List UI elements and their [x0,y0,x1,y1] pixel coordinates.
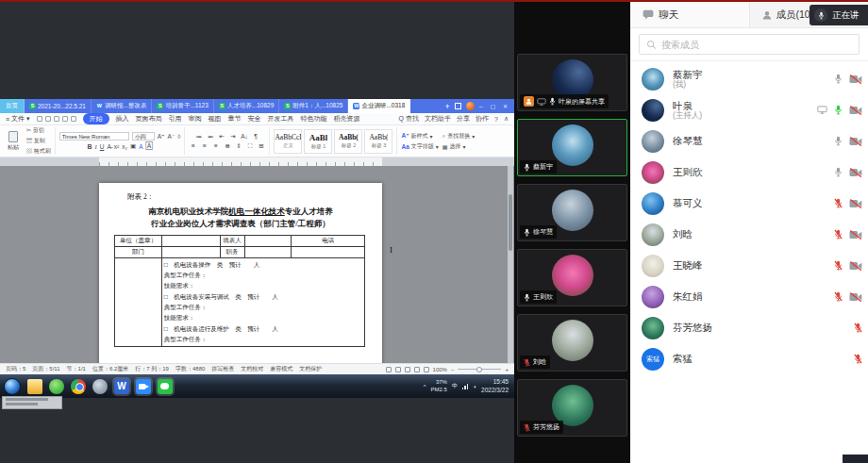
wps-tab-doc-active[interactable]: W企业调研...0318 [348,99,410,113]
share-button[interactable]: 分享 [457,114,470,124]
taskbar-clock[interactable]: 15:452022/3/22 [481,378,510,393]
tab-chat[interactable]: 聊天 [630,2,749,27]
wps-tab-doc[interactable]: S2021-20...22.5.21 [25,99,92,113]
find-button[interactable]: Q 查找 [399,114,419,124]
panel-footer-button[interactable] [843,455,868,463]
quick-access-toolbar[interactable] [37,116,76,122]
shading-button[interactable]: ⛶ [245,142,254,150]
font-color-button[interactable]: A [139,143,142,150]
strikethrough-button[interactable]: A̶ [107,143,110,150]
ribbon-tab[interactable]: 特色功能 [301,114,327,124]
shrink-font-button[interactable]: A⁻ [167,133,175,141]
ribbon-tab[interactable]: 审阅 [189,114,202,124]
highlight-button[interactable]: ▣ [130,142,136,150]
zoom-out-button[interactable]: − [451,367,455,372]
zoom-level[interactable]: 100% [433,367,447,372]
ribbon-tab[interactable]: 页面布局 [136,114,162,124]
browser-360-icon[interactable] [49,379,64,394]
ribbon-tab[interactable]: 视图 [209,114,222,124]
ribbon-tab[interactable]: 开发工具 [268,114,294,124]
help-button[interactable]: ? [494,116,498,123]
wps-tab-doc[interactable]: S培训骨干...1123 [152,99,213,113]
meeting-app-taskbar-icon[interactable] [136,379,151,394]
indent-button[interactable]: ⇥ [228,133,237,141]
video-tile[interactable]: 刘晗 [517,314,627,372]
member-row[interactable]: 朱红娟 [630,281,868,312]
wechat-taskbar-icon[interactable] [158,379,173,394]
select-button[interactable]: ▦ 选择 ▾ [442,142,475,151]
bullet-list-button[interactable]: ≔ [194,133,203,141]
bold-button[interactable]: B [87,143,92,150]
status-doc-protect[interactable]: 文档保护 [299,365,322,373]
status-word-count[interactable]: 字数：4880 [175,365,205,373]
ribbon-tab[interactable]: 稻壳资源 [334,114,360,124]
number-list-button[interactable]: ≕ [206,133,214,141]
wps-tab-doc[interactable]: W调研报...整改表 [92,99,152,113]
font-name-select[interactable]: Times New Roman [59,132,129,141]
show-marks-button[interactable]: ¶ [251,133,259,140]
style-heading1[interactable]: AaBl标题 1 [304,129,332,154]
outdent-button[interactable]: ⇤ [217,133,225,141]
member-row[interactable]: 慕可义 [630,188,868,219]
clear-format-button[interactable]: ◊ [177,133,180,140]
style-heading2[interactable]: AaBb(标题 2 [334,129,362,154]
start-button[interactable] [4,378,21,395]
wps-account-avatar[interactable] [466,102,475,110]
grow-font-button[interactable]: A⁺ [158,133,165,141]
align-center-button[interactable]: ≡ [200,142,209,149]
line-spacing-button[interactable]: ⇕ [234,142,242,150]
text-layout-button[interactable]: Aa文字排版 ▾ [401,142,438,151]
tab-list-button[interactable] [455,103,461,109]
ribbon-tab[interactable]: 插入 [116,114,129,124]
sort-button[interactable]: A↓ [240,133,248,140]
font-size-select[interactable]: 小四 [132,132,155,141]
document-page[interactable]: 附表 2： 南京机电职业技术学院机电一体化技术专业人才培养 行业企业岗位人才需求… [99,183,382,363]
member-row[interactable]: 芬芳悠扬 [630,312,868,343]
align-right-button[interactable]: ≡ [211,142,220,149]
tray-expand-arrow[interactable]: ^ [424,384,426,389]
video-tile-active[interactable]: 蔡新宇 [517,119,627,176]
paste-button[interactable]: 粘贴 [3,131,24,152]
wps-taskbar-icon[interactable]: W [114,379,129,394]
video-tile[interactable]: 徐琴慧 [517,184,627,241]
border-button[interactable]: ⊞ [257,142,265,150]
subscript-button[interactable]: x₂ [122,143,127,150]
horizontal-ruler[interactable] [0,157,514,166]
input-method-indicator[interactable]: 中 [452,382,458,390]
wps-tab-doc[interactable]: S人才培养...10829 [214,99,280,113]
member-row[interactable]: 蔡新宇(我) [630,63,868,94]
char-shading-button[interactable]: 🄰 [145,142,152,150]
member-row-host[interactable]: 叶泉(主持人) [630,94,868,125]
view-mode-icon[interactable] [395,367,401,372]
zoom-slider-knob[interactable] [476,367,482,372]
ie-browser-icon[interactable] [92,379,108,394]
chrome-icon[interactable] [71,379,86,394]
underline-button[interactable]: U [100,143,105,150]
copy-button[interactable]: ▤ 复制 [26,137,51,145]
wps-tab-doc[interactable]: S附件1：人...10825 [279,99,348,113]
zoom-slider[interactable] [458,369,501,370]
video-tile-sharing[interactable]: 叶泉的屏幕共享 [517,54,627,111]
video-tile[interactable]: 芬芳悠扬 [517,379,627,437]
file-explorer-icon[interactable] [27,379,42,394]
zoom-in-button[interactable]: + [505,367,509,372]
document-scrollbar[interactable] [508,166,513,363]
format-painter-button[interactable]: ▨ 格式刷 [26,147,51,156]
tray-air-quality[interactable]: PM2.5 [431,387,447,393]
tray-percent[interactable]: 37% [436,379,447,386]
video-tile[interactable]: 王则欣 [517,249,627,306]
file-menu[interactable]: ≡ 文件 ▾ [6,114,30,124]
new-tab-button[interactable]: + [444,102,449,111]
ribbon-tab[interactable]: 引用 [169,114,182,124]
collapse-ribbon-button[interactable]: ∧ [504,115,509,123]
view-mode-icon[interactable] [414,367,420,372]
network-icon[interactable] [462,384,469,389]
justify-button[interactable]: ≣ [223,142,231,150]
member-row[interactable]: 徐琴慧 [630,125,868,157]
member-row[interactable]: 王则欣 [630,157,868,188]
view-mode-icon[interactable] [424,367,429,372]
member-row[interactable]: 刘晗 [630,219,868,250]
status-proofread[interactable]: 文档校对 [241,365,263,373]
style-heading3[interactable]: AaBb(标题 3 [364,129,392,154]
cut-button[interactable]: ✂ 剪切 [26,126,51,135]
